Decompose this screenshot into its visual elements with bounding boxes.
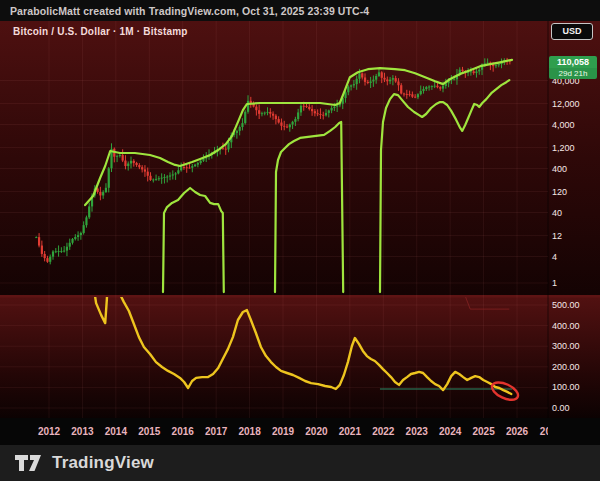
price-tick-label: 120 xyxy=(552,187,567,197)
year-tick-label: 2015 xyxy=(138,426,160,437)
attribution-bar: ParabolicMatt created with TradingView.c… xyxy=(0,0,600,21)
year-tick-label: 2022 xyxy=(372,426,394,437)
year-tick-label: 2024 xyxy=(439,426,461,437)
price-tick-label: 400 xyxy=(552,164,567,174)
oscillator-tick-label: 300.00 xyxy=(552,341,580,351)
attribution-text: ParabolicMatt created with TradingView.c… xyxy=(10,5,369,17)
bar-countdown: 29d 21h xyxy=(549,68,597,79)
last-price-value: 110,058 xyxy=(549,56,597,68)
year-tick-label: 2012 xyxy=(38,426,60,437)
symbol-legend[interactable]: Bitcoin / U.S. Dollar · 1M · Bitstamp xyxy=(13,26,188,37)
tradingview-logo-icon[interactable] xyxy=(14,452,44,474)
price-tick-label: 4 xyxy=(552,252,557,262)
year-tick-label: 2016 xyxy=(172,426,194,437)
year-tick-label: 2026 xyxy=(506,426,528,437)
price-tick-label: 12 xyxy=(552,231,562,241)
year-tick-label: 2025 xyxy=(472,426,494,437)
tradingview-brand-text[interactable]: TradingView xyxy=(52,453,154,473)
year-tick-label: 2014 xyxy=(105,426,127,437)
year-tick-label: 2013 xyxy=(71,426,93,437)
price-tick-label: 1,200 xyxy=(552,143,575,153)
price-tick-label: 40 xyxy=(552,208,562,218)
chart-canvas[interactable] xyxy=(0,21,600,445)
price-tick-label: 4,000 xyxy=(552,120,575,130)
year-tick-label: 2018 xyxy=(238,426,260,437)
oscillator-tick-label: 400.00 xyxy=(552,321,580,331)
oscillator-tick-label: 100.00 xyxy=(552,382,580,392)
year-tick-label: 2021 xyxy=(339,426,361,437)
time-axis[interactable]: 2012201320142015201620172018201920202021… xyxy=(0,418,548,445)
year-tick-label: 2017 xyxy=(205,426,227,437)
oscillator-tick-label: 0.00 xyxy=(552,403,570,413)
year-tick-label: 2019 xyxy=(272,426,294,437)
year-tick-label: 2023 xyxy=(406,426,428,437)
tradingview-snapshot: ParabolicMatt created with TradingView.c… xyxy=(0,0,600,481)
oscillator-tick-label: 200.00 xyxy=(552,362,580,372)
year-tick-label: 20 xyxy=(540,426,548,437)
price-tick-label: 12,000 xyxy=(552,99,580,109)
year-tick-label: 2020 xyxy=(305,426,327,437)
last-price-badge: 110,058 29d 21h xyxy=(549,56,597,79)
oscillator-tick-label: 500.00 xyxy=(552,300,580,310)
currency-toggle-button[interactable]: USD xyxy=(551,23,593,40)
price-tick-label: 1 xyxy=(552,278,557,288)
footer-bar: TradingView xyxy=(0,445,600,481)
